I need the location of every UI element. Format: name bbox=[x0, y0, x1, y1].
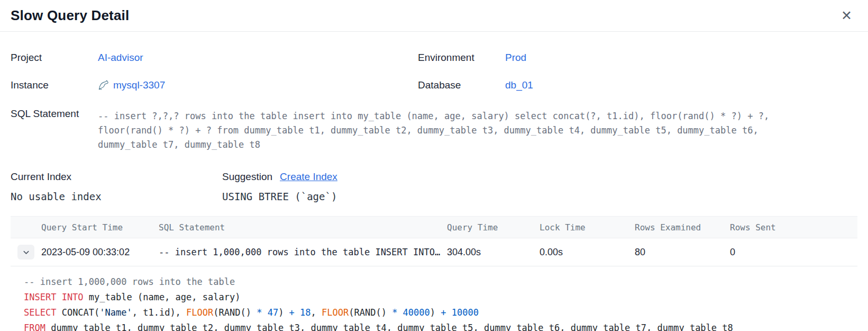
col-query-start-time: Query Start Time bbox=[41, 222, 159, 232]
info-row-1: Project AI-advisor Environment Prod bbox=[11, 52, 857, 64]
col-rows-sent: Rows Sent bbox=[730, 222, 857, 232]
col-rows-examined: Rows Examined bbox=[635, 222, 730, 232]
modal-body: Project AI-advisor Environment Prod Inst… bbox=[0, 32, 868, 331]
mysql-dolphin-icon bbox=[98, 79, 109, 91]
cell-rows-sent: 0 bbox=[730, 247, 857, 258]
instance-name: mysql-3307 bbox=[113, 79, 165, 91]
project-link[interactable]: AI-advisor bbox=[98, 52, 143, 64]
modal-header: Slow Query Detail ✕ bbox=[0, 0, 868, 32]
slow-query-table: Query Start Time SQL Statement Query Tim… bbox=[11, 216, 857, 331]
row-expander-button[interactable] bbox=[17, 245, 34, 260]
instance-label: Instance bbox=[11, 79, 98, 91]
sql-statement-row: SQL Statement -- insert ?,?,? rows into … bbox=[11, 108, 857, 152]
cell-lock-time: 0.00s bbox=[540, 247, 635, 258]
table-row[interactable]: 2023-05-09 00:33:02 -- insert 1,000,000 … bbox=[11, 238, 857, 266]
expanded-sql-code: -- insert 1,000,000 rows into the tableI… bbox=[11, 266, 857, 331]
instance-link[interactable]: mysql-3307 bbox=[98, 79, 165, 91]
info-row-2: Instance mysql-3307 Database db_01 bbox=[11, 79, 857, 91]
cell-rows-examined: 80 bbox=[635, 247, 730, 258]
suggestion-label: Suggestion bbox=[222, 171, 272, 183]
create-index-link[interactable]: Create Index bbox=[280, 171, 337, 183]
current-index-value: No usable index bbox=[11, 191, 222, 202]
environment-label: Environment bbox=[418, 52, 505, 64]
col-query-time: Query Time bbox=[447, 222, 540, 232]
sql-statement-label: SQL Statement bbox=[11, 108, 98, 120]
project-label: Project bbox=[11, 52, 98, 64]
database-link[interactable]: db_01 bbox=[505, 79, 533, 91]
cell-query-start-time: 2023-05-09 00:33:02 bbox=[41, 247, 159, 258]
close-icon[interactable]: ✕ bbox=[839, 7, 854, 24]
table-header-row: Query Start Time SQL Statement Query Tim… bbox=[11, 216, 857, 238]
col-sql-statement: SQL Statement bbox=[159, 222, 447, 232]
page-title: Slow Query Detail bbox=[11, 7, 129, 24]
index-section: Current Index No usable index Suggestion… bbox=[11, 171, 857, 202]
suggestion-value: USING BTREE (`age`) bbox=[222, 191, 337, 202]
database-label: Database bbox=[418, 79, 505, 91]
current-index-label: Current Index bbox=[11, 171, 222, 183]
cell-sql-statement: -- insert 1,000,000 rows into the table … bbox=[159, 247, 447, 257]
col-lock-time: Lock Time bbox=[540, 222, 635, 232]
environment-link[interactable]: Prod bbox=[505, 52, 526, 64]
chevron-down-icon bbox=[22, 248, 30, 256]
cell-query-time: 304.00s bbox=[447, 247, 540, 258]
sql-statement-text: -- insert ?,?,? rows into the table inse… bbox=[98, 109, 809, 152]
